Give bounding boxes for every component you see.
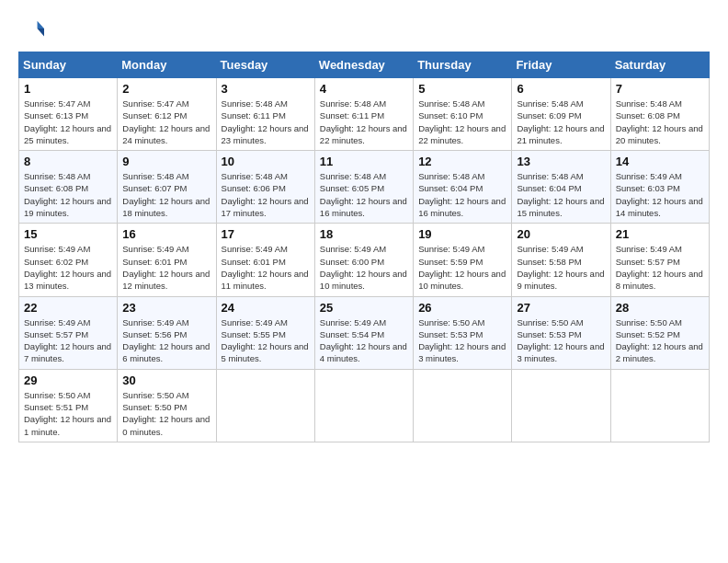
day-info: Sunrise: 5:49 AMSunset: 6:03 PMDaylight:… bbox=[616, 170, 704, 219]
day-info: Sunrise: 5:49 AMSunset: 6:01 PMDaylight:… bbox=[122, 243, 210, 292]
calendar-cell: 19Sunrise: 5:49 AMSunset: 5:59 PMDayligh… bbox=[414, 224, 512, 296]
day-number: 8 bbox=[24, 155, 112, 168]
calendar-cell: 24Sunrise: 5:49 AMSunset: 5:55 PMDayligh… bbox=[216, 296, 314, 369]
day-info: Sunrise: 5:49 AMSunset: 5:55 PMDaylight:… bbox=[222, 316, 310, 365]
day-info: Sunrise: 5:48 AMSunset: 6:04 PMDaylight:… bbox=[517, 170, 605, 219]
day-number: 7 bbox=[616, 82, 704, 96]
calendar-cell: 5Sunrise: 5:48 AMSunset: 6:10 PMDaylight… bbox=[414, 78, 512, 151]
calendar-cell: 20Sunrise: 5:49 AMSunset: 5:58 PMDayligh… bbox=[512, 224, 610, 296]
logo-icon bbox=[18, 17, 44, 42]
day-number: 27 bbox=[517, 301, 605, 315]
logo bbox=[18, 17, 48, 42]
day-number: 18 bbox=[320, 227, 408, 241]
calendar-day-header: Sunday bbox=[19, 52, 118, 78]
day-info: Sunrise: 5:48 AMSunset: 6:05 PMDaylight:… bbox=[320, 170, 408, 219]
day-info: Sunrise: 5:48 AMSunset: 6:11 PMDaylight:… bbox=[320, 98, 408, 146]
calendar-cell: 11Sunrise: 5:48 AMSunset: 6:05 PMDayligh… bbox=[314, 151, 413, 224]
calendar-cell: 14Sunrise: 5:49 AMSunset: 6:03 PMDayligh… bbox=[610, 151, 709, 224]
day-info: Sunrise: 5:50 AMSunset: 5:53 PMDaylight:… bbox=[418, 316, 506, 365]
day-info: Sunrise: 5:48 AMSunset: 6:10 PMDaylight:… bbox=[418, 98, 506, 146]
day-info: Sunrise: 5:49 AMSunset: 6:01 PMDaylight:… bbox=[222, 243, 310, 292]
day-number: 28 bbox=[616, 301, 704, 315]
day-number: 5 bbox=[418, 82, 506, 96]
day-number: 4 bbox=[320, 82, 408, 96]
svg-marker-1 bbox=[38, 29, 44, 36]
day-info: Sunrise: 5:49 AMSunset: 5:58 PMDaylight:… bbox=[517, 243, 605, 292]
calendar-cell: 27Sunrise: 5:50 AMSunset: 5:53 PMDayligh… bbox=[512, 296, 610, 369]
day-info: Sunrise: 5:49 AMSunset: 5:56 PMDaylight:… bbox=[122, 316, 210, 365]
day-number: 16 bbox=[122, 227, 210, 241]
calendar-cell: 18Sunrise: 5:49 AMSunset: 6:00 PMDayligh… bbox=[314, 224, 413, 296]
day-number: 26 bbox=[418, 301, 506, 315]
day-number: 3 bbox=[222, 82, 310, 96]
day-info: Sunrise: 5:49 AMSunset: 5:57 PMDaylight:… bbox=[616, 243, 704, 292]
calendar-cell: 6Sunrise: 5:48 AMSunset: 6:09 PMDaylight… bbox=[512, 78, 610, 151]
calendar-week-row: 29Sunrise: 5:50 AMSunset: 5:51 PMDayligh… bbox=[19, 369, 710, 442]
day-info: Sunrise: 5:49 AMSunset: 5:54 PMDaylight:… bbox=[320, 316, 408, 365]
calendar-week-row: 8Sunrise: 5:48 AMSunset: 6:08 PMDaylight… bbox=[19, 151, 710, 224]
calendar-week-row: 15Sunrise: 5:49 AMSunset: 6:02 PMDayligh… bbox=[19, 224, 710, 296]
day-info: Sunrise: 5:48 AMSunset: 6:08 PMDaylight:… bbox=[616, 98, 704, 146]
day-info: Sunrise: 5:50 AMSunset: 5:52 PMDaylight:… bbox=[616, 316, 704, 365]
day-info: Sunrise: 5:49 AMSunset: 5:59 PMDaylight:… bbox=[418, 243, 506, 292]
calendar-cell: 26Sunrise: 5:50 AMSunset: 5:53 PMDayligh… bbox=[414, 296, 512, 369]
day-info: Sunrise: 5:48 AMSunset: 6:06 PMDaylight:… bbox=[222, 170, 310, 219]
svg-marker-0 bbox=[38, 21, 44, 29]
calendar-cell: 12Sunrise: 5:48 AMSunset: 6:04 PMDayligh… bbox=[414, 151, 512, 224]
day-info: Sunrise: 5:50 AMSunset: 5:53 PMDaylight:… bbox=[517, 316, 605, 365]
day-number: 6 bbox=[517, 82, 605, 96]
calendar-week-row: 1Sunrise: 5:47 AMSunset: 6:13 PMDaylight… bbox=[19, 78, 710, 151]
day-number: 15 bbox=[24, 227, 112, 241]
calendar-cell bbox=[216, 369, 314, 442]
calendar-cell: 13Sunrise: 5:48 AMSunset: 6:04 PMDayligh… bbox=[512, 151, 610, 224]
day-number: 12 bbox=[418, 155, 506, 168]
calendar-cell: 4Sunrise: 5:48 AMSunset: 6:11 PMDaylight… bbox=[314, 78, 413, 151]
day-number: 25 bbox=[320, 301, 408, 315]
calendar-cell: 17Sunrise: 5:49 AMSunset: 6:01 PMDayligh… bbox=[216, 224, 314, 296]
header bbox=[18, 17, 710, 42]
day-info: Sunrise: 5:48 AMSunset: 6:11 PMDaylight:… bbox=[222, 98, 310, 146]
calendar-cell bbox=[512, 369, 610, 442]
calendar-day-header: Saturday bbox=[610, 52, 709, 78]
calendar-day-header: Friday bbox=[512, 52, 610, 78]
day-number: 17 bbox=[222, 227, 310, 241]
day-number: 22 bbox=[24, 301, 112, 315]
calendar-day-header: Wednesday bbox=[314, 52, 413, 78]
calendar-cell: 1Sunrise: 5:47 AMSunset: 6:13 PMDaylight… bbox=[19, 78, 118, 151]
calendar-cell bbox=[314, 369, 413, 442]
day-number: 11 bbox=[320, 155, 408, 168]
day-info: Sunrise: 5:48 AMSunset: 6:04 PMDaylight:… bbox=[418, 170, 506, 219]
calendar-cell: 16Sunrise: 5:49 AMSunset: 6:01 PMDayligh… bbox=[118, 224, 216, 296]
day-number: 10 bbox=[222, 155, 310, 168]
calendar-cell: 28Sunrise: 5:50 AMSunset: 5:52 PMDayligh… bbox=[610, 296, 709, 369]
day-info: Sunrise: 5:48 AMSunset: 6:07 PMDaylight:… bbox=[122, 170, 210, 219]
calendar-cell: 23Sunrise: 5:49 AMSunset: 5:56 PMDayligh… bbox=[118, 296, 216, 369]
day-number: 9 bbox=[122, 155, 210, 168]
calendar-cell bbox=[414, 369, 512, 442]
day-info: Sunrise: 5:49 AMSunset: 6:00 PMDaylight:… bbox=[320, 243, 408, 292]
day-info: Sunrise: 5:48 AMSunset: 6:08 PMDaylight:… bbox=[24, 170, 112, 219]
day-number: 20 bbox=[517, 227, 605, 241]
calendar-cell bbox=[610, 369, 709, 442]
calendar-week-row: 22Sunrise: 5:49 AMSunset: 5:57 PMDayligh… bbox=[19, 296, 710, 369]
day-number: 19 bbox=[418, 227, 506, 241]
calendar-cell: 15Sunrise: 5:49 AMSunset: 6:02 PMDayligh… bbox=[19, 224, 118, 296]
calendar-cell: 29Sunrise: 5:50 AMSunset: 5:51 PMDayligh… bbox=[19, 369, 118, 442]
day-info: Sunrise: 5:47 AMSunset: 6:13 PMDaylight:… bbox=[24, 98, 112, 146]
calendar-cell: 2Sunrise: 5:47 AMSunset: 6:12 PMDaylight… bbox=[118, 78, 216, 151]
day-info: Sunrise: 5:49 AMSunset: 5:57 PMDaylight:… bbox=[24, 316, 112, 365]
day-number: 29 bbox=[24, 373, 112, 387]
calendar-cell: 21Sunrise: 5:49 AMSunset: 5:57 PMDayligh… bbox=[610, 224, 709, 296]
calendar-cell: 8Sunrise: 5:48 AMSunset: 6:08 PMDaylight… bbox=[19, 151, 118, 224]
calendar-cell: 3Sunrise: 5:48 AMSunset: 6:11 PMDaylight… bbox=[216, 78, 314, 151]
day-number: 21 bbox=[616, 227, 704, 241]
day-number: 13 bbox=[517, 155, 605, 168]
day-info: Sunrise: 5:49 AMSunset: 6:02 PMDaylight:… bbox=[24, 243, 112, 292]
calendar-cell: 30Sunrise: 5:50 AMSunset: 5:50 PMDayligh… bbox=[118, 369, 216, 442]
day-number: 24 bbox=[222, 301, 310, 315]
calendar-cell: 9Sunrise: 5:48 AMSunset: 6:07 PMDaylight… bbox=[118, 151, 216, 224]
calendar-header-row: SundayMondayTuesdayWednesdayThursdayFrid… bbox=[19, 52, 710, 78]
calendar-day-header: Tuesday bbox=[216, 52, 314, 78]
calendar-cell: 25Sunrise: 5:49 AMSunset: 5:54 PMDayligh… bbox=[314, 296, 413, 369]
day-number: 30 bbox=[122, 373, 210, 387]
